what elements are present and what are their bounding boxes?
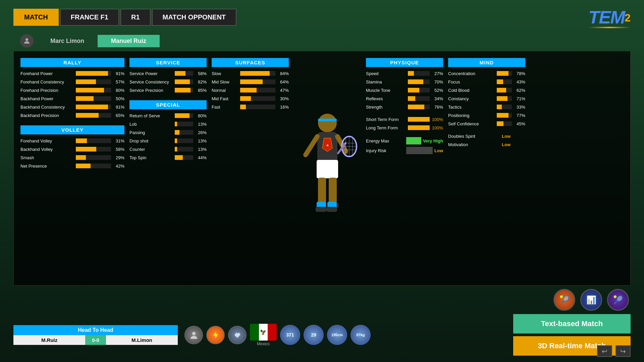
stat-value: 33% — [514, 105, 525, 110]
stat-row: Smash29% — [20, 154, 124, 161]
stat-row: Backhand Consistency91% — [20, 103, 124, 111]
stat-value: 82% — [195, 79, 207, 84]
energy-value: Very High — [423, 138, 443, 143]
physique-special: Short Term Form100%Long Term Form100% — [366, 116, 443, 132]
stat-row: Top Spin44% — [129, 154, 207, 161]
mode-icon-3[interactable]: 🎾 — [607, 289, 629, 311]
special-header: SPECIAL — [129, 100, 207, 109]
stat-row: Backhand Power50% — [20, 95, 124, 102]
stat-row: Counter13% — [129, 145, 207, 153]
stat-label: Positioning — [448, 113, 495, 118]
svg-marker-24 — [213, 331, 218, 338]
back-icon[interactable]: ↩ — [597, 345, 612, 357]
stat-label: Backhand Volley — [20, 147, 74, 152]
stat-label: Concentration — [448, 71, 495, 76]
stat-row: Speed27% — [366, 70, 443, 77]
surfaces-header: SURFACES — [212, 58, 289, 67]
profile-icon[interactable] — [184, 326, 203, 344]
stat-label: Net Presence — [20, 164, 74, 169]
stat-label: Forehand Consistency — [20, 79, 74, 84]
stat-label: Constancy — [448, 96, 495, 101]
stat-bar-container — [408, 71, 430, 76]
stat-row: Backhand Precision65% — [20, 112, 124, 119]
volley-header: VOLLEY — [20, 125, 124, 134]
stat-label: Mid Fast — [212, 96, 238, 101]
stat-label: Passing — [129, 130, 173, 135]
stat-row: Net Presence42% — [20, 162, 124, 170]
physique-stats: Speed27%Stamina70%Muscle Tone52%Reflexes… — [366, 70, 443, 112]
stat-bar-container — [497, 71, 512, 76]
h2h-header: Head To Head — [13, 325, 178, 335]
lightning-icon[interactable] — [206, 326, 225, 344]
stat-row: Muscle Tone52% — [366, 86, 443, 94]
stat-bar-container — [175, 122, 193, 126]
stat-value: 65% — [113, 113, 124, 118]
handshake-icon[interactable] — [228, 326, 247, 344]
opponent-button[interactable]: MATCH OPPONENT — [152, 9, 237, 26]
stat-bar-container — [76, 113, 111, 118]
h2h-score: 0-0 — [85, 335, 106, 345]
stat-row: Lob13% — [129, 120, 207, 128]
stat-bar — [497, 71, 508, 76]
stat-value: 70% — [431, 79, 443, 84]
stat-value: 58% — [195, 71, 207, 76]
energy-max-row: Energy Max Very High — [366, 137, 443, 144]
stat-bar — [240, 79, 263, 84]
stat-row: Service Precision85% — [129, 86, 207, 94]
stat-bar-container — [175, 88, 193, 93]
stat-row: Slow84% — [212, 70, 289, 77]
forward-icon[interactable]: ↪ — [615, 345, 631, 357]
stat-bar — [175, 88, 191, 93]
stat-row: Stamina70% — [366, 78, 443, 85]
stat-value: 44% — [195, 155, 207, 160]
stat-label: Top Spin — [129, 155, 173, 160]
stat-bar — [76, 164, 91, 168]
tournament-button[interactable]: FRANCE F1 — [60, 9, 119, 26]
physique-form-row: Short Term Form100% — [366, 116, 443, 123]
stat-label: Forehand Precision — [20, 88, 74, 93]
stat-bar-container — [76, 155, 111, 160]
stat-row: Return of Serve80% — [129, 112, 207, 119]
stat-bar — [408, 105, 424, 109]
stat-bar — [497, 113, 508, 118]
player-info-row: 🦅 Mexico 371 29 195cm 87kg — [184, 324, 371, 346]
stat-value: 64% — [277, 79, 289, 84]
svg-rect-17 — [318, 178, 326, 204]
stat-row: Forehand Precision80% — [20, 86, 124, 94]
stat-bar-container — [240, 96, 275, 101]
stat-row: Normal47% — [212, 86, 289, 94]
stat-value: 84% — [277, 71, 289, 76]
mode-icon-2[interactable]: 📊 — [580, 289, 602, 311]
stat-row: Constancy71% — [448, 95, 525, 102]
stat-value: 71% — [514, 96, 525, 101]
stat-bar-container — [76, 71, 111, 76]
stat-label: Self Confidence — [448, 121, 495, 126]
stat-value: 80% — [113, 88, 124, 93]
stat-bar-container — [76, 138, 111, 143]
injury-risk-row: Injury Risk Low — [366, 147, 443, 154]
stat-value: 13% — [195, 122, 207, 127]
stat-label: Strength — [366, 105, 406, 110]
stat-bar — [76, 105, 108, 109]
stat-bar-container — [175, 71, 193, 76]
player1-tab[interactable]: Marc Limon — [37, 35, 98, 47]
stat-value: 57% — [113, 79, 124, 84]
stat-bar — [497, 96, 507, 101]
match-button[interactable]: MATCH — [13, 9, 59, 26]
h2h-player2: M.Limon — [106, 335, 178, 345]
text-match-button[interactable]: Text-based Match — [513, 314, 631, 334]
energy-label: Energy Max — [366, 138, 406, 143]
svg-point-0 — [25, 38, 28, 41]
stat-bar-container — [408, 105, 430, 109]
special-stats: Return of Serve80%Lob13%Passing26%Drop s… — [129, 112, 207, 162]
player2-tab[interactable]: Manuel Ruiz — [98, 35, 160, 47]
stat-bar — [76, 147, 96, 152]
stat-row: Concentration78% — [448, 70, 525, 77]
stat-label: Normal — [212, 88, 238, 93]
stat-bar-container — [408, 96, 430, 101]
mode-icon-1[interactable]: 🎾 — [553, 289, 575, 311]
stat-bar-container — [175, 155, 193, 160]
stat-bar-container — [240, 79, 275, 84]
round-button[interactable]: R1 — [120, 9, 151, 26]
stat-bar-container — [76, 105, 111, 109]
